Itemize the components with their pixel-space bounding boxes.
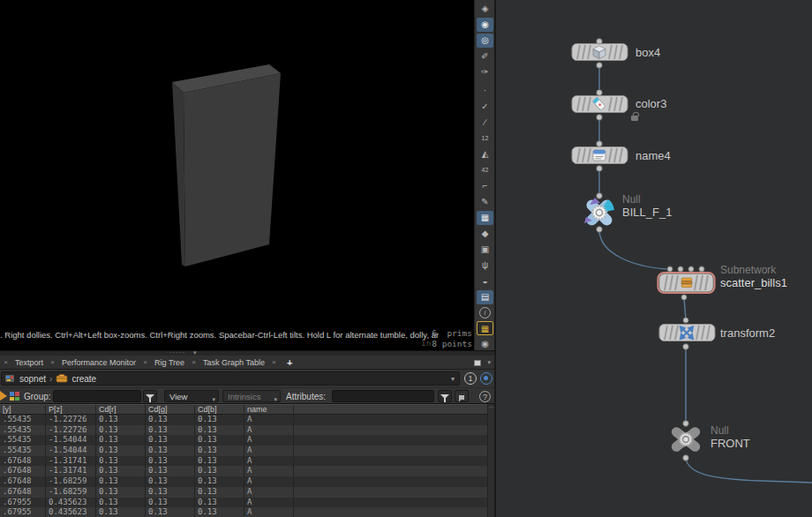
node-label-box4[interactable]: box4 — [635, 46, 660, 59]
node-name4[interactable] — [571, 146, 629, 166]
cursor-mode-icon[interactable] — [0, 391, 8, 401]
tab-task-graph-table[interactable]: Task Graph Table — [199, 358, 268, 367]
tab-close-icon[interactable]: × — [268, 358, 280, 366]
cell: -1.68259 — [46, 476, 96, 487]
camera-view-icon[interactable]: ◉ — [477, 337, 493, 351]
node-label-color3[interactable]: color3 — [635, 97, 666, 110]
breadcrumb-root[interactable]: sopnet — [16, 374, 49, 384]
column-header[interactable]: Cd[g] — [146, 405, 195, 414]
pane-menu-icon[interactable]: ▾ — [487, 359, 491, 366]
node-scatter-bills1[interactable] — [657, 271, 717, 296]
lighting-icon[interactable]: ◉ — [477, 18, 493, 32]
box-icon — [593, 46, 605, 59]
point-markers-icon[interactable]: ✓ — [477, 100, 493, 114]
tab-close-icon[interactable]: × — [139, 358, 151, 366]
cell: -1.68259 — [46, 487, 96, 498]
node-label-bill-f-1[interactable]: BILL_F_1 — [622, 206, 672, 219]
node-transform2[interactable] — [658, 323, 717, 343]
column-header[interactable]: [y] — [0, 405, 46, 414]
display-options-icon[interactable]: ◆ — [477, 227, 493, 241]
intrinsics-dropdown[interactable]: Intrinsics ▾ — [222, 390, 281, 402]
group-input[interactable] — [53, 390, 141, 402]
node-type-bill: Null — [622, 193, 641, 206]
wire-tool-icon[interactable]: ψ — [477, 258, 493, 273]
table-row[interactable]: .55435 -1.22726 0.13 0.13 0.13 A — [0, 425, 494, 436]
template-geo-icon[interactable]: ▦ — [477, 211, 493, 225]
node-box4[interactable] — [571, 42, 629, 63]
tab-textport[interactable]: Textport — [11, 358, 47, 367]
breadcrumb-current[interactable]: create — [68, 374, 100, 384]
tab-close-icon[interactable]: × — [0, 358, 11, 366]
add-tab-button[interactable]: + — [280, 357, 299, 368]
column-header[interactable]: P[z] — [46, 405, 96, 414]
table-row[interactable]: .67955 0.435623 0.13 0.13 0.13 A — [0, 507, 494, 517]
name-tag-icon — [593, 150, 605, 161]
table-row[interactable]: .67955 0.435623 0.13 0.13 0.13 A — [0, 498, 494, 508]
attributes-label: Attributes: — [286, 392, 326, 401]
viewport-3d[interactable]: . Right dollies. Ctrl+Alt+Left box-zooms… — [0, 0, 474, 350]
node-color3[interactable] — [571, 94, 629, 115]
attributes-input[interactable] — [332, 390, 434, 402]
column-header[interactable]: Cd[b] — [195, 405, 244, 414]
point-normals-icon[interactable]: ∕ — [477, 116, 493, 130]
path-dropdown-icon[interactable]: ▾ — [451, 375, 455, 383]
node-front[interactable] — [665, 425, 706, 454]
table-row[interactable]: .55435 -1.54044 0.13 0.13 0.13 A — [0, 446, 494, 456]
tab-rig-tree[interactable]: Rig Tree — [151, 358, 188, 367]
snap-options-icon[interactable]: ◈ — [477, 2, 493, 16]
column-header[interactable]: name — [244, 405, 294, 414]
table-scrollbar[interactable]: ⋯ — [487, 404, 494, 517]
points-display-icon[interactable]: · — [477, 84, 493, 98]
group-select-icon[interactable]: ▣ — [477, 243, 493, 257]
node-label-front[interactable]: FRONT — [710, 437, 750, 450]
column-header[interactable]: Cd[r] — [96, 405, 146, 414]
node-label-scatter-bills1[interactable]: scatter_bills1 — [720, 276, 787, 289]
cell: -1.54044 — [46, 446, 96, 456]
network-editor[interactable]: box4 color3 name4 — [494, 0, 812, 517]
cell: 0.13 — [96, 456, 146, 467]
points-mode-icon[interactable] — [10, 391, 21, 401]
image-plane-icon[interactable]: ▤ — [477, 290, 493, 304]
cell: 0.13 — [96, 425, 146, 436]
table-row[interactable]: .67648 -1.68259 0.13 0.13 0.13 A — [0, 487, 494, 498]
path-breadcrumb[interactable]: sopnet › create ▾ — [1, 371, 460, 386]
node-label-name4[interactable]: name4 — [635, 149, 671, 162]
prim-numbers-icon[interactable]: 42 — [477, 163, 493, 177]
table-row[interactable]: .67648 -1.68259 0.13 0.13 0.13 A — [0, 476, 494, 487]
cell: 0.13 — [96, 435, 146, 446]
edit-icon[interactable]: ✎ — [477, 195, 493, 209]
node-bill-f-1[interactable] — [580, 193, 619, 232]
hand-tool-icon[interactable]: ✑ — [477, 65, 493, 79]
point-numbers-icon[interactable]: 12 — [477, 131, 493, 146]
node-label-transform2[interactable]: transform2 — [720, 326, 775, 340]
select-tool-icon[interactable]: ✐ — [477, 49, 493, 64]
table-row[interactable]: .67648 -1.31741 0.13 0.13 0.13 A — [0, 466, 494, 476]
pin-toggle-icon[interactable] — [480, 372, 492, 385]
pane-maximize-icon[interactable] — [474, 360, 481, 366]
tab-close-icon[interactable]: × — [47, 358, 58, 366]
table-row[interactable]: .55435 -1.22726 0.13 0.13 0.13 A — [0, 415, 494, 425]
measure-icon[interactable]: ⌐ — [477, 179, 493, 193]
group-filter-icon[interactable] — [143, 390, 157, 402]
pane-link-badge[interactable]: 1 — [464, 372, 477, 385]
tab-close-icon[interactable]: × — [188, 358, 199, 366]
attributes-filter-icon[interactable] — [438, 390, 452, 402]
view-dropdown[interactable]: View ▾ — [164, 390, 219, 402]
cell — [294, 446, 494, 456]
visualizer-icon[interactable]: ◒ — [477, 274, 493, 288]
cell — [294, 456, 494, 467]
shading-mode-icon[interactable]: ◎ — [477, 34, 493, 48]
spreadsheet-options-icon[interactable] — [455, 390, 469, 402]
node-type-front: Null — [710, 424, 729, 437]
prim-normals-icon[interactable]: ◭ — [477, 147, 493, 161]
cell: .67648 — [0, 456, 46, 467]
snapshot-grid-icon[interactable]: ▦ — [477, 321, 493, 335]
column-overflow-icon[interactable]: ⋯ — [488, 404, 494, 410]
cell: .55435 — [0, 435, 46, 446]
table-row[interactable]: .67648 -1.31741 0.13 0.13 0.13 A — [0, 456, 494, 467]
tab-performance-monitor[interactable]: Performance Monitor — [58, 358, 139, 367]
info-icon[interactable]: i — [479, 307, 491, 318]
cell: .55435 — [0, 425, 46, 436]
help-icon[interactable]: ? — [479, 391, 491, 402]
table-row[interactable]: .55435 -1.54044 0.13 0.13 0.13 A — [0, 435, 494, 446]
